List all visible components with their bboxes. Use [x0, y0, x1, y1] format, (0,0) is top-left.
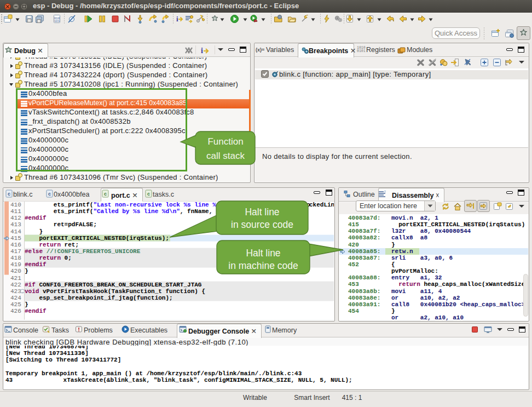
svg-text:Function: Function [207, 136, 243, 147]
svg-text:Halt line: Halt line [245, 207, 279, 217]
svg-text:c: c [48, 191, 51, 197]
svg-text:Halt line: Halt line [246, 248, 280, 259]
svg-text:in source code: in source code [231, 219, 293, 230]
svg-text:i: i [201, 47, 203, 55]
svg-text:call stack: call stack [206, 151, 245, 161]
svg-text:i: i [176, 15, 178, 23]
svg-text:101: 101 [54, 19, 60, 23]
svg-text:c: c [104, 191, 107, 197]
svg-text:in machine code: in machine code [228, 260, 298, 271]
svg-text:c: c [147, 191, 150, 197]
svg-text:c: c [8, 191, 10, 197]
